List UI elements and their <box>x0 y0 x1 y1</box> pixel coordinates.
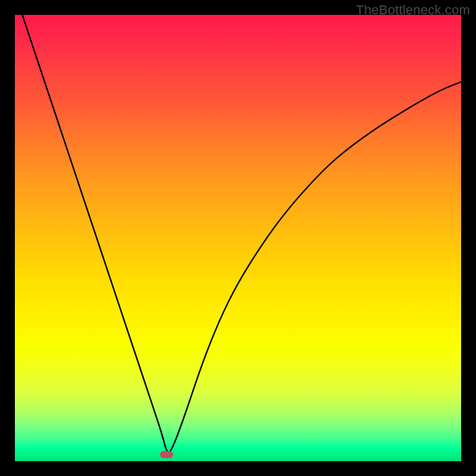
optimal-point-marker <box>160 451 173 458</box>
watermark-text: TheBottleneck.com <box>356 2 470 18</box>
bottleneck-curve <box>15 15 461 461</box>
